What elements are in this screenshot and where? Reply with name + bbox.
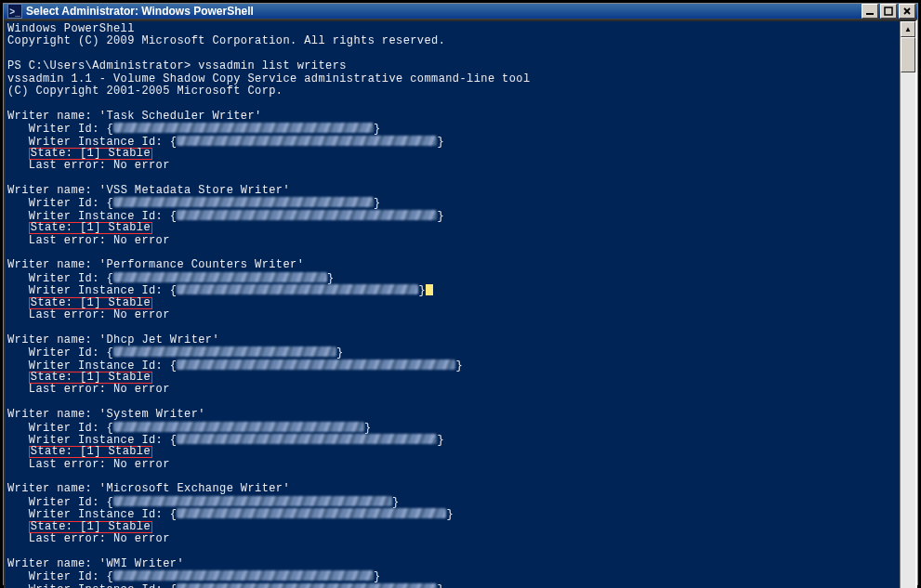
writer-name-label: Writer name:	[7, 408, 99, 421]
banner-line: Windows PowerShell	[7, 22, 135, 35]
powershell-icon: >_	[7, 4, 22, 19]
redacted-guid	[113, 272, 327, 282]
terminal-line	[7, 247, 898, 259]
terminal-line	[7, 471, 898, 483]
terminal-line	[7, 397, 898, 409]
redacted-guid	[177, 359, 455, 370]
terminal-line: Writer Id: {}	[7, 570, 898, 582]
writer-name-value: 'System Writer'	[99, 408, 205, 421]
redacted-guid	[113, 197, 374, 207]
terminal-line: Windows PowerShell	[7, 23, 898, 35]
writer-name-value: 'Task Scheduler Writer'	[99, 110, 262, 123]
terminal-line: Last error: No error	[7, 235, 898, 247]
banner-line: Copyright (C) 2009 Microsoft Corporation…	[7, 34, 445, 47]
writer-name-label: Writer name:	[7, 110, 99, 123]
terminal-line: Writer Instance Id: {}	[7, 210, 898, 222]
terminal-line: Writer name: 'Performance Counters Write…	[7, 259, 898, 271]
prompt: PS C:\Users\Administrator>	[7, 59, 198, 72]
terminal-line: Last error: No error	[7, 459, 898, 471]
redacted-guid	[177, 210, 437, 220]
svg-rect-1	[885, 7, 892, 15]
maximize-button[interactable]	[880, 4, 897, 19]
terminal-line: Writer Id: {}	[7, 346, 898, 359]
last-error: Last error: No error	[7, 532, 170, 545]
close-button[interactable]	[899, 4, 915, 19]
vss-banner: (C) Copyright 2001-2005 Microsoft Corp.	[7, 85, 283, 98]
terminal-line: Writer name: 'Microsoft Exchange Writer'	[7, 483, 898, 495]
terminal-line: Writer Id: {}	[7, 272, 898, 284]
svg-rect-0	[866, 13, 874, 15]
terminal-line: Writer name: 'WMI Writer'	[7, 558, 898, 570]
terminal-line: (C) Copyright 2001-2005 Microsoft Corp.	[7, 85, 898, 98]
writer-name-label: Writer name:	[7, 333, 99, 346]
writer-name-label: Writer name:	[7, 482, 99, 495]
terminal-output[interactable]: Windows PowerShellCopyright (C) 2009 Mic…	[6, 21, 900, 588]
writer-name-value: 'VSS Metadata Store Writer'	[99, 184, 290, 197]
redacted-guid	[113, 496, 392, 506]
scroll-track[interactable]	[901, 37, 915, 588]
redacted-guid	[113, 346, 336, 357]
terminal-line	[7, 545, 898, 557]
last-error: Last error: No error	[7, 383, 170, 396]
writer-name-value: 'WMI Writer'	[99, 557, 184, 570]
terminal-line: Writer Instance Id: {}	[7, 359, 898, 372]
terminal-line: Writer Instance Id: {}	[7, 136, 898, 148]
terminal-line: State: [1] Stable	[7, 222, 898, 234]
writer-name-label: Writer name:	[7, 184, 99, 197]
last-error: Last error: No error	[7, 308, 170, 321]
scroll-thumb[interactable]	[901, 37, 915, 72]
state-highlight: State: [1] Stable	[29, 148, 152, 160]
redacted-guid	[177, 508, 446, 518]
window-title: Select Administrator: Windows PowerShell	[26, 5, 862, 18]
titlebar[interactable]: >_ Select Administrator: Windows PowerSh…	[4, 4, 917, 20]
terminal-line: State: [1] Stable	[7, 297, 898, 309]
state-highlight: State: [1] Stable	[29, 446, 152, 458]
writer-name-value: 'Microsoft Exchange Writer'	[99, 482, 290, 495]
terminal-line: Copyright (C) 2009 Microsoft Corporation…	[7, 35, 898, 47]
last-error: Last error: No error	[7, 159, 170, 172]
terminal-line	[7, 321, 898, 333]
state-highlight: State: [1] Stable	[29, 521, 152, 533]
terminal-line: State: [1] Stable	[7, 446, 898, 458]
terminal-line: PS C:\Users\Administrator> vssadmin list…	[7, 60, 898, 72]
text-cursor	[426, 284, 433, 295]
terminal-line: Writer name: 'VSS Metadata Store Writer'	[7, 185, 898, 197]
terminal-line: Writer Id: {}	[7, 123, 898, 135]
terminal-line: State: [1] Stable	[7, 521, 898, 533]
terminal-line: Writer Instance Id: {}	[7, 508, 898, 520]
terminal-line: Last error: No error	[7, 160, 898, 172]
writer-name-value: 'Dhcp Jet Writer'	[99, 333, 219, 346]
scroll-up-button[interactable]: ▲	[901, 21, 915, 37]
terminal-line: Last error: No error	[7, 309, 898, 321]
redacted-guid	[113, 422, 364, 432]
terminal-line: Writer Id: {}	[7, 496, 898, 508]
terminal-line: Writer Instance Id: {}	[7, 284, 898, 296]
terminal-line: vssadmin 1.1 - Volume Shadow Copy Servic…	[7, 73, 898, 85]
state-highlight: State: [1] Stable	[29, 297, 152, 309]
terminal-line: Writer Instance Id: {}	[7, 434, 898, 446]
state-highlight: State: [1] Stable	[29, 222, 152, 234]
client-area: Windows PowerShellCopyright (C) 2009 Mic…	[4, 20, 917, 588]
redacted-guid	[177, 284, 418, 294]
powershell-window: >_ Select Administrator: Windows PowerSh…	[3, 3, 918, 585]
terminal-line: Writer name: 'Dhcp Jet Writer'	[7, 334, 898, 346]
terminal-line: State: [1] Stable	[7, 148, 898, 160]
terminal-line	[7, 173, 898, 185]
terminal-line: Writer name: 'System Writer'	[7, 409, 898, 421]
vss-banner: vssadmin 1.1 - Volume Shadow Copy Servic…	[7, 72, 531, 85]
vertical-scrollbar[interactable]: ▲ ▼	[900, 21, 915, 588]
terminal-line: Last error: No error	[7, 533, 898, 545]
window-controls	[862, 4, 915, 19]
terminal-line: State: [1] Stable	[7, 372, 898, 384]
terminal-line: Writer Id: {}	[7, 197, 898, 209]
terminal-line: Writer Id: {}	[7, 422, 898, 434]
terminal-line: Writer name: 'Task Scheduler Writer'	[7, 111, 898, 123]
terminal-line: Writer Instance Id: {}	[7, 583, 898, 588]
redacted-guid	[113, 570, 374, 581]
redacted-guid	[113, 123, 374, 133]
terminal-line: Last error: No error	[7, 384, 898, 396]
writer-name-label: Writer name:	[7, 258, 99, 271]
minimize-button[interactable]	[862, 4, 878, 19]
redacted-guid	[177, 136, 437, 146]
terminal-line	[7, 48, 898, 60]
